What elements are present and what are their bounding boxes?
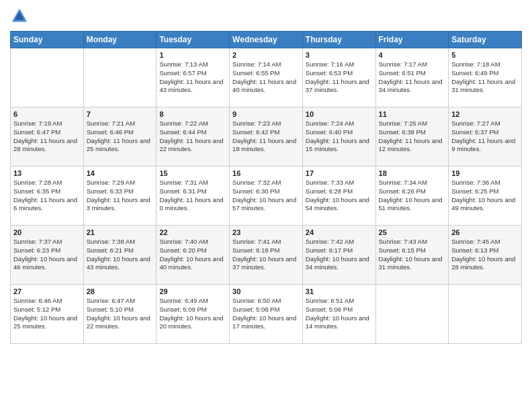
calendar-cell: 25Sunrise: 7:43 AMSunset: 6:15 PMDayligh… [375,226,449,285]
day-number: 8 [159,110,226,118]
day-info: Sunrise: 6:51 AMSunset: 5:06 PMDaylight:… [306,297,373,331]
calendar-cell [11,48,84,107]
day-number: 7 [87,110,154,118]
day-number: 19 [451,169,519,177]
calendar-header-row: SundayMondayTuesdayWednesdayThursdayFrid… [11,32,522,48]
header [10,7,522,26]
day-info: Sunrise: 7:40 AMSunset: 6:20 PMDaylight:… [159,238,226,272]
calendar-cell: 7Sunrise: 7:21 AMSunset: 6:46 PMDaylight… [83,107,157,167]
day-number: 18 [379,169,446,177]
day-number: 12 [451,110,519,118]
calendar-cell: 28Sunrise: 6:47 AMSunset: 5:10 PMDayligh… [83,285,157,344]
calendar-week-5: 27Sunrise: 6:46 AMSunset: 5:12 PMDayligh… [11,285,522,344]
calendar-cell: 31Sunrise: 6:51 AMSunset: 5:06 PMDayligh… [302,285,375,344]
calendar-cell: 2Sunrise: 7:14 AMSunset: 6:55 PMDaylight… [230,48,303,107]
calendar-week-3: 13Sunrise: 7:28 AMSunset: 6:35 PMDayligh… [11,167,522,226]
day-number: 16 [232,169,300,177]
col-header-friday: Friday [375,32,449,48]
calendar-cell: 9Sunrise: 7:23 AMSunset: 6:42 PMDaylight… [230,107,303,167]
calendar-cell: 8Sunrise: 7:22 AMSunset: 6:44 PMDaylight… [157,107,230,167]
calendar-cell: 18Sunrise: 7:34 AMSunset: 6:26 PMDayligh… [375,167,449,226]
day-info: Sunrise: 7:27 AMSunset: 6:37 PMDaylight:… [451,120,519,154]
calendar-cell: 14Sunrise: 7:29 AMSunset: 6:33 PMDayligh… [83,167,157,226]
day-number: 25 [379,228,446,236]
calendar-cell: 10Sunrise: 7:24 AMSunset: 6:40 PMDayligh… [302,107,375,167]
day-info: Sunrise: 6:49 AMSunset: 5:09 PMDaylight:… [159,297,226,331]
day-info: Sunrise: 7:22 AMSunset: 6:44 PMDaylight:… [159,120,226,154]
day-info: Sunrise: 7:41 AMSunset: 6:18 PMDaylight:… [232,238,300,272]
day-number: 15 [159,169,226,177]
calendar-cell [375,285,449,344]
day-info: Sunrise: 7:38 AMSunset: 6:21 PMDaylight:… [87,238,154,272]
day-number: 13 [13,169,81,177]
day-number: 31 [306,287,373,295]
calendar-cell: 29Sunrise: 6:49 AMSunset: 5:09 PMDayligh… [157,285,230,344]
day-info: Sunrise: 7:19 AMSunset: 6:47 PMDaylight:… [13,120,81,154]
logo-icon [10,7,29,26]
day-info: Sunrise: 7:43 AMSunset: 6:15 PMDaylight:… [379,238,446,272]
day-info: Sunrise: 7:18 AMSunset: 6:49 PMDaylight:… [451,60,519,95]
day-info: Sunrise: 7:25 AMSunset: 6:38 PMDaylight:… [379,120,446,154]
calendar-cell: 26Sunrise: 7:45 AMSunset: 6:13 PMDayligh… [449,226,522,285]
day-number: 17 [306,169,373,177]
calendar-cell: 30Sunrise: 6:50 AMSunset: 5:08 PMDayligh… [230,285,303,344]
calendar-cell [83,48,157,107]
day-info: Sunrise: 7:31 AMSunset: 6:31 PMDaylight:… [159,179,226,213]
day-number: 4 [379,51,446,59]
col-header-thursday: Thursday [302,32,375,48]
page: SundayMondayTuesdayWednesdayThursdayFrid… [0,0,532,411]
day-number: 10 [306,110,373,118]
col-header-sunday: Sunday [11,32,84,48]
day-number: 9 [232,110,300,118]
calendar-cell: 1Sunrise: 7:13 AMSunset: 6:57 PMDaylight… [157,48,230,107]
calendar-week-2: 6Sunrise: 7:19 AMSunset: 6:47 PMDaylight… [11,107,522,167]
col-header-saturday: Saturday [449,32,522,48]
day-number: 6 [13,110,81,118]
day-number: 22 [159,228,226,236]
col-header-wednesday: Wednesday [230,32,303,48]
calendar-cell: 16Sunrise: 7:32 AMSunset: 6:30 PMDayligh… [230,167,303,226]
logo [10,7,32,26]
calendar-cell: 17Sunrise: 7:33 AMSunset: 6:28 PMDayligh… [302,167,375,226]
calendar-cell: 24Sunrise: 7:42 AMSunset: 6:17 PMDayligh… [302,226,375,285]
day-info: Sunrise: 7:45 AMSunset: 6:13 PMDaylight:… [451,238,519,272]
day-info: Sunrise: 7:21 AMSunset: 6:46 PMDaylight:… [87,120,154,154]
col-header-monday: Monday [83,32,157,48]
calendar-cell: 23Sunrise: 7:41 AMSunset: 6:18 PMDayligh… [230,226,303,285]
day-number: 3 [306,51,373,59]
day-number: 11 [379,110,446,118]
day-info: Sunrise: 6:46 AMSunset: 5:12 PMDaylight:… [13,297,81,331]
day-number: 28 [87,287,154,295]
calendar-cell: 3Sunrise: 7:16 AMSunset: 6:53 PMDaylight… [302,48,375,107]
day-number: 14 [87,169,154,177]
calendar-cell: 15Sunrise: 7:31 AMSunset: 6:31 PMDayligh… [157,167,230,226]
calendar-cell: 27Sunrise: 6:46 AMSunset: 5:12 PMDayligh… [11,285,84,344]
day-info: Sunrise: 7:16 AMSunset: 6:53 PMDaylight:… [306,60,373,95]
day-info: Sunrise: 7:36 AMSunset: 6:25 PMDaylight:… [451,179,519,213]
calendar-cell: 21Sunrise: 7:38 AMSunset: 6:21 PMDayligh… [83,226,157,285]
day-info: Sunrise: 7:23 AMSunset: 6:42 PMDaylight:… [232,120,300,154]
day-info: Sunrise: 7:13 AMSunset: 6:57 PMDaylight:… [159,60,226,95]
col-header-tuesday: Tuesday [157,32,230,48]
calendar-cell: 11Sunrise: 7:25 AMSunset: 6:38 PMDayligh… [375,107,449,167]
calendar-week-4: 20Sunrise: 7:37 AMSunset: 6:23 PMDayligh… [11,226,522,285]
calendar-cell: 22Sunrise: 7:40 AMSunset: 6:20 PMDayligh… [157,226,230,285]
day-number: 24 [306,228,373,236]
calendar-cell: 6Sunrise: 7:19 AMSunset: 6:47 PMDaylight… [11,107,84,167]
day-info: Sunrise: 7:17 AMSunset: 6:51 PMDaylight:… [379,60,446,95]
day-number: 5 [451,51,519,59]
calendar-cell: 5Sunrise: 7:18 AMSunset: 6:49 PMDaylight… [449,48,522,107]
day-number: 23 [232,228,300,236]
day-info: Sunrise: 7:24 AMSunset: 6:40 PMDaylight:… [306,120,373,154]
day-number: 27 [13,287,81,295]
calendar-cell: 13Sunrise: 7:28 AMSunset: 6:35 PMDayligh… [11,167,84,226]
day-info: Sunrise: 7:37 AMSunset: 6:23 PMDaylight:… [13,238,81,272]
calendar-cell [449,285,522,344]
calendar-cell: 20Sunrise: 7:37 AMSunset: 6:23 PMDayligh… [11,226,84,285]
day-number: 20 [13,228,81,236]
calendar-cell: 19Sunrise: 7:36 AMSunset: 6:25 PMDayligh… [449,167,522,226]
day-number: 29 [159,287,226,295]
day-info: Sunrise: 7:33 AMSunset: 6:28 PMDaylight:… [306,179,373,213]
day-info: Sunrise: 6:50 AMSunset: 5:08 PMDaylight:… [232,297,300,331]
day-number: 21 [87,228,154,236]
